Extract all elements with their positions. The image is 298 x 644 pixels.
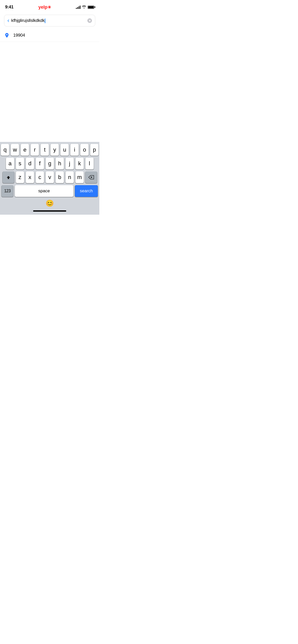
yelp-logo: yelp✳ — [38, 5, 51, 10]
key-v[interactable]: v — [46, 171, 54, 183]
text-cursor — [45, 19, 45, 23]
location-suggestion[interactable]: 19904 — [0, 29, 99, 42]
key-s[interactable]: s — [16, 158, 24, 169]
home-bar — [33, 210, 66, 212]
keyboard-row-3: z x c v b n m — [1, 171, 99, 183]
key-z[interactable]: z — [16, 171, 24, 183]
status-time: 9:41 — [5, 5, 13, 10]
keyboard-row-2: a s d f g h j k l — [1, 158, 99, 169]
key-x[interactable]: x — [26, 171, 34, 183]
key-r[interactable]: r — [31, 144, 39, 156]
space-key[interactable]: space — [15, 185, 73, 197]
search-input[interactable]: kfhjglirujsllslkdkdk — [11, 18, 87, 23]
yelp-text: yelp — [38, 5, 47, 10]
key-d[interactable]: d — [26, 158, 34, 169]
key-l[interactable]: l — [85, 158, 94, 169]
wifi-icon — [82, 5, 86, 9]
location-zip: 19904 — [13, 33, 25, 38]
shift-key[interactable] — [3, 171, 14, 183]
key-h[interactable]: h — [56, 158, 64, 169]
key-w[interactable]: w — [11, 144, 19, 156]
key-e[interactable]: e — [21, 144, 29, 156]
key-g[interactable]: g — [46, 158, 54, 169]
location-pin-icon — [4, 33, 10, 38]
key-k[interactable]: k — [75, 158, 84, 169]
key-c[interactable]: c — [36, 171, 44, 183]
key-b[interactable]: b — [56, 171, 64, 183]
key-o[interactable]: o — [80, 144, 89, 156]
key-m[interactable]: m — [75, 171, 84, 183]
key-p[interactable]: p — [90, 144, 99, 156]
numbers-key[interactable]: 123 — [2, 185, 13, 197]
key-u[interactable]: u — [60, 144, 69, 156]
backspace-key[interactable] — [85, 171, 97, 183]
keyboard: q w e r t y u i o p a s d f g h j k l z … — [0, 142, 99, 215]
key-y[interactable]: y — [50, 144, 59, 156]
key-t[interactable]: t — [40, 144, 49, 156]
search-key[interactable]: search — [75, 185, 98, 197]
key-n[interactable]: n — [65, 171, 74, 183]
search-bar: ‹ kfhjglirujsllslkdkdk — [4, 15, 95, 26]
back-button[interactable]: ‹ — [7, 17, 9, 24]
yelp-burst-icon: ✳ — [48, 5, 51, 10]
keyboard-bottom-row: 123 space search — [1, 185, 99, 197]
keyboard-row-1: q w e r t y u i o p — [1, 144, 99, 156]
emoji-row: 😊 — [1, 198, 99, 209]
clear-button[interactable] — [87, 18, 92, 23]
content-area — [0, 42, 99, 128]
status-bar: 9:41 yelp✳ — [0, 0, 99, 12]
key-a[interactable]: a — [6, 158, 14, 169]
key-j[interactable]: j — [65, 158, 74, 169]
key-f[interactable]: f — [36, 158, 44, 169]
search-area: ‹ kfhjglirujsllslkdkdk — [0, 12, 99, 29]
status-icons — [76, 5, 94, 9]
emoji-key[interactable]: 😊 — [46, 199, 54, 207]
battery-icon — [88, 6, 94, 9]
key-q[interactable]: q — [1, 144, 9, 156]
key-i[interactable]: i — [70, 144, 79, 156]
signal-icon — [76, 5, 80, 9]
home-indicator — [1, 209, 99, 214]
